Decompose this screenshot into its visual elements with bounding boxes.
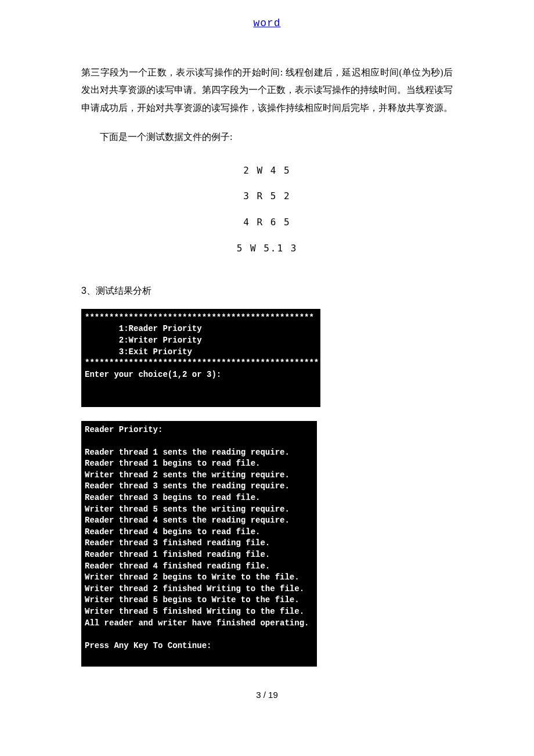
paragraph-2: 下面是一个测试数据文件的例子: [81, 128, 453, 146]
header-link[interactable]: word [81, 17, 453, 29]
test-data-line: 2 W 4 5 [81, 158, 453, 184]
paragraph-1: 第三字段为一个正数，表示读写操作的开始时间: 线程创建后，延迟相应时间(单位为秒… [81, 64, 453, 117]
terminal-output-1: ****************************************… [81, 309, 320, 407]
test-data-line: 4 R 6 5 [81, 210, 453, 236]
document-page: word 第三字段为一个正数，表示读写操作的开始时间: 线程创建后，延迟相应时间… [0, 0, 534, 723]
test-data-block: 2 W 4 5 3 R 5 2 4 R 6 5 5 W 5.1 3 [81, 158, 453, 262]
test-data-line: 3 R 5 2 [81, 183, 453, 210]
test-data-line: 5 W 5.1 3 [81, 236, 453, 262]
section-3-title: 3、测试结果分析 [81, 285, 453, 297]
page-footer: 3 / 19 [81, 690, 453, 700]
terminal-output-2: Reader Priority: Reader thread 1 sents t… [81, 421, 317, 667]
